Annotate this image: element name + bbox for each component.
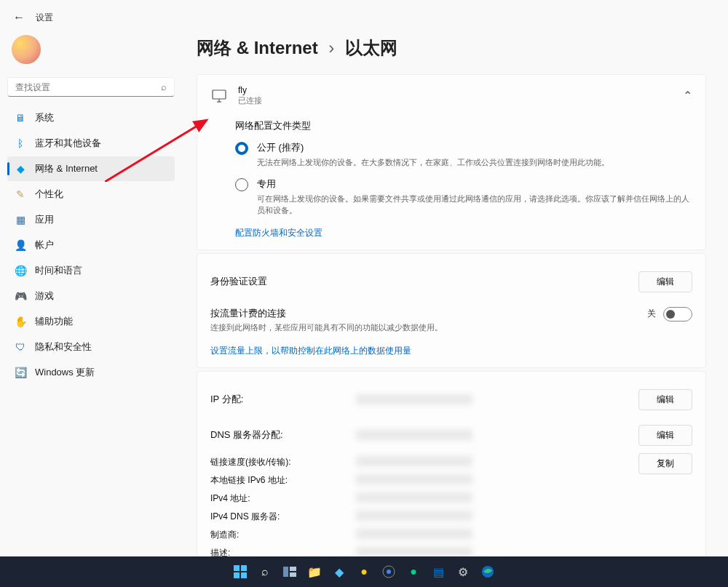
svg-rect-10 [290,572,296,577]
monitor-icon [210,89,228,103]
sidebar-item[interactable]: 🛡隐私和安全性 [7,335,175,359]
chrome-icon[interactable] [379,562,399,582]
nav-icon: 👤 [15,239,26,251]
info-value [356,511,472,521]
chevron-up-icon: ⌃ [683,89,692,103]
nav-label: 辅助功能 [35,315,73,328]
radio-icon[interactable] [235,178,248,191]
radio-desc: 无法在网络上发现你的设备。在大多数情况下，在家庭、工作或公共位置连接到网络时使用… [257,156,609,169]
sidebar-item[interactable]: ᛒ蓝牙和其他设备 [7,131,175,156]
ip-edit-button[interactable]: 编辑 [638,389,692,410]
breadcrumb-parent[interactable]: 网络 & Internet [197,38,318,57]
search-input[interactable] [15,82,161,92]
auth-edit-button[interactable]: 编辑 [638,271,692,292]
info-value [356,529,472,539]
sidebar-item[interactable]: 👤帐户 [7,233,175,257]
nav-label: 时间和语言 [35,264,82,277]
start-icon[interactable] [230,562,250,582]
nav-icon: 🖥 [15,112,26,124]
avatar[interactable] [12,35,41,64]
info-value [356,474,472,484]
nav-label: 网络 & Internet [35,162,98,175]
info-label: 制造商: [210,529,356,541]
radio-label: 专用 [257,177,692,191]
info-row: 本地链接 IPv6 地址: [210,471,692,490]
nav-label: 蓝牙和其他设备 [35,137,101,150]
metered-desc: 连接到此网络时，某些应用可能具有不同的功能以减少数据使用。 [210,322,647,333]
dns-row: DNS 服务器分配: 编辑 [210,418,692,453]
dns-edit-button[interactable]: 编辑 [638,425,692,446]
metered-toggle[interactable] [663,307,692,322]
nav-icon: ▦ [15,214,26,225]
header-title: 设置 [36,12,53,24]
nav-label: 系统 [35,111,54,124]
info-label: IPv4 地址: [210,492,356,505]
nav-icon: ✎ [15,188,26,200]
metered-row: 按流量计费的连接 连接到此网络时，某些应用可能具有不同的功能以减少数据使用。 关 [210,300,692,340]
breadcrumb: 网络 & Internet › 以太网 [197,36,706,60]
ip-row: IP 分配: 编辑 [210,382,692,418]
metered-label: 按流量计费的连接 [210,307,647,320]
back-icon[interactable]: ← [13,11,25,24]
toggle-state-label: 关 [647,308,656,320]
nav-label: 游戏 [35,289,54,303]
info-value [356,492,472,503]
explorer-icon[interactable]: 📁 [304,562,325,582]
app-icon-3[interactable]: ● [403,562,424,582]
sidebar-item[interactable]: 🌐时间和语言 [7,258,175,283]
app-icon-1[interactable]: ◆ [329,562,349,582]
nav-label: 隐私和安全性 [35,340,92,354]
nav-icon: 🎮 [15,290,26,302]
copy-button[interactable]: 复制 [638,453,692,474]
nav-icon: 🔄 [15,367,26,378]
auth-row: 身份验证设置 编辑 [210,264,692,300]
sidebar-item[interactable]: ✎个性化 [7,182,175,207]
connection-name: fly [238,85,262,95]
info-label: 链接速度(接收/传输): [210,456,356,468]
info-label: 本地链接 IPv6 地址: [210,474,356,487]
task-view-icon[interactable] [280,562,300,582]
svg-rect-5 [241,565,247,571]
info-row: 链接速度(接收/传输): [210,453,692,471]
info-row: IPv4 地址: [210,490,692,508]
nav-icon: 🛡 [15,341,26,353]
sidebar: ⌕ 🖥系统ᛒ蓝牙和其他设备◆网络 & Internet✎个性化▦应用👤帐户🌐时间… [0,29,182,386]
nav-icon: 🌐 [15,265,26,276]
connection-header[interactable]: fly 已连接 ⌃ [210,85,692,106]
firewall-link[interactable]: 配置防火墙和安全设置 [235,227,323,239]
svg-rect-9 [290,567,296,571]
data-limit-link[interactable]: 设置流量上限，以帮助控制在此网络上的数据使用量 [210,345,692,357]
nav-label: 应用 [35,213,54,226]
sidebar-item[interactable]: ▦应用 [7,207,175,232]
app-icon-4[interactable]: ▤ [428,562,448,582]
search-icon[interactable]: ⌕ [255,562,275,582]
info-row: 制造商: [210,526,692,544]
sidebar-item[interactable]: 🎮游戏 [7,284,175,308]
sidebar-item[interactable]: 🖥系统 [7,105,175,130]
nav-icon: ◆ [15,163,26,175]
taskbar: ⌕ 📁 ◆ ● ● ▤ ⚙ [0,556,728,587]
sidebar-item[interactable]: ◆网络 & Internet [7,156,175,181]
svg-rect-4 [234,565,240,571]
svg-rect-8 [283,567,288,577]
main-content: 网络 & Internet › 以太网 fly 已连接 ⌃ 网络配置文件类型 公… [182,29,721,587]
nav-icon: ᛒ [15,137,26,149]
info-row: IPv4 DNS 服务器: [210,508,692,526]
sidebar-item[interactable]: 🔄Windows 更新 [7,360,175,385]
search-box[interactable]: ⌕ [7,77,175,97]
edge-icon[interactable] [478,562,498,582]
radio-icon[interactable] [235,142,248,155]
sidebar-item[interactable]: ✋辅助功能 [7,309,175,334]
nav-icon: ✋ [15,316,26,327]
svg-rect-6 [234,572,240,578]
nav-label: 个性化 [35,188,63,201]
app-icon-2[interactable]: ● [354,562,374,582]
profile-section-title: 网络配置文件类型 [235,119,692,132]
svg-rect-0 [213,90,226,99]
nav-label: 帐户 [35,239,54,252]
settings-icon[interactable]: ⚙ [453,562,473,582]
profile-option[interactable]: 专用可在网络上发现你的设备。如果需要文件共享或使用通过此网络通信的应用，请选择此… [235,177,692,217]
auth-label: 身份验证设置 [210,275,356,288]
dns-label: DNS 服务器分配: [210,428,356,442]
profile-option[interactable]: 公开 (推荐)无法在网络上发现你的设备。在大多数情况下，在家庭、工作或公共位置连… [235,141,692,169]
